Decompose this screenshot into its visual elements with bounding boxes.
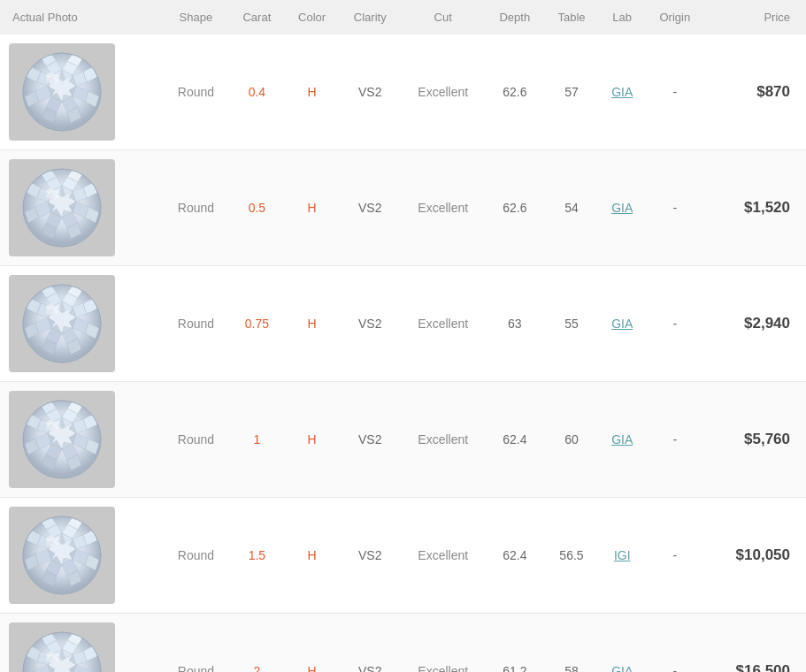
table-cell: 57 [544,34,599,150]
diamond-image [9,391,115,488]
col-header-photo: Actual Photo [0,0,163,34]
carat-cell: 0.4 [229,34,285,150]
diamond-image [9,622,115,672]
color-cell: H [285,614,340,673]
diamond-image [9,43,115,141]
diamond-photo-cell [0,382,163,498]
diamond-photo-cell [0,614,163,673]
diamond-table: Actual Photo Shape Carat Color Clarity C… [0,0,806,672]
diamond-image [9,507,115,604]
depth-cell: 62.6 [486,150,545,266]
origin-cell: - [646,614,705,673]
cut-cell: Excellent [401,150,486,266]
lab-cell: GIA [599,382,646,498]
col-header-origin: Origin [646,0,705,34]
carat-cell: 0.5 [229,150,285,266]
cut-cell: Excellent [401,498,486,614]
clarity-cell: VS2 [340,34,401,150]
color-cell: H [285,266,340,382]
color-cell: H [285,150,340,266]
origin-cell: - [646,498,705,614]
cut-cell: Excellent [401,266,486,382]
col-header-clarity: Clarity [340,0,401,34]
diamond-image [9,275,115,372]
shape-cell: Round [163,266,229,382]
table-cell: 55 [544,266,599,382]
lab-cell: GIA [599,34,646,150]
table-row: Round1HVS2Excellent62.460GIA-$5,760 [0,382,806,498]
col-header-cut: Cut [401,0,486,34]
clarity-cell: VS2 [340,382,401,498]
diamond-photo-cell [0,498,163,614]
carat-cell: 2 [229,614,285,673]
lab-link[interactable]: GIA [611,85,633,99]
color-cell: H [285,498,340,614]
price-cell: $870 [704,34,806,150]
lab-link[interactable]: GIA [611,664,633,672]
origin-cell: - [646,34,705,150]
carat-cell: 0.75 [229,266,285,382]
origin-cell: - [646,150,705,266]
clarity-cell: VS2 [340,614,401,673]
col-header-color: Color [285,0,340,34]
table-header: Actual Photo Shape Carat Color Clarity C… [0,0,806,34]
shape-cell: Round [163,150,229,266]
table-cell: 54 [544,150,599,266]
carat-cell: 1 [229,382,285,498]
lab-cell: GIA [599,150,646,266]
shape-cell: Round [163,498,229,614]
lab-link[interactable]: GIA [611,201,633,215]
lab-link[interactable]: GIA [611,317,633,331]
diamond-photo-cell [0,34,163,150]
depth-cell: 62.4 [486,498,545,614]
cut-cell: Excellent [401,614,486,673]
lab-cell: GIA [599,614,646,673]
shape-cell: Round [163,34,229,150]
shape-cell: Round [163,382,229,498]
origin-cell: - [646,266,705,382]
clarity-cell: VS2 [340,150,401,266]
col-header-lab: Lab [599,0,646,34]
header-row: Actual Photo Shape Carat Color Clarity C… [0,0,806,34]
col-header-table: Table [544,0,599,34]
lab-cell: IGI [599,498,646,614]
price-cell: $10,050 [704,498,806,614]
lab-cell: GIA [599,266,646,382]
cut-cell: Excellent [401,34,486,150]
clarity-cell: VS2 [340,266,401,382]
depth-cell: 63 [486,266,545,382]
depth-cell: 62.6 [486,34,545,150]
table-cell: 58 [544,614,599,673]
price-cell: $5,760 [704,382,806,498]
clarity-cell: VS2 [340,498,401,614]
col-header-depth: Depth [486,0,545,34]
shape-cell: Round [163,614,229,673]
color-cell: H [285,34,340,150]
table-row: Round1.5HVS2Excellent62.456.5IGI-$10,050 [0,498,806,614]
diamond-image [9,159,115,256]
diamond-table-wrapper: Actual Photo Shape Carat Color Clarity C… [0,0,806,672]
col-header-shape: Shape [163,0,229,34]
carat-cell: 1.5 [229,498,285,614]
lab-link[interactable]: GIA [611,432,633,447]
depth-cell: 62.4 [486,382,545,498]
table-cell: 60 [544,382,599,498]
price-cell: $16,500 [704,614,806,673]
color-cell: H [285,382,340,498]
price-cell: $2,940 [704,266,806,382]
diamond-photo-cell [0,150,163,266]
table-row: Round0.75HVS2Excellent6355GIA-$2,940 [0,266,806,382]
origin-cell: - [646,382,705,498]
price-cell: $1,520 [704,150,806,266]
col-header-price: Price [704,0,806,34]
table-row: Round0.4HVS2Excellent62.657GIA-$870 [0,34,806,150]
table-cell: 56.5 [544,498,599,614]
table-row: Round0.5HVS2Excellent62.654GIA-$1,520 [0,150,806,266]
lab-link[interactable]: IGI [614,548,631,562]
diamond-photo-cell [0,266,163,382]
table-body: Round0.4HVS2Excellent62.657GIA-$870 [0,34,806,672]
depth-cell: 61.2 [486,614,545,673]
col-header-carat: Carat [229,0,285,34]
cut-cell: Excellent [401,382,486,498]
table-row: Round2HVS2Excellent61.258GIA-$16,500 [0,614,806,673]
